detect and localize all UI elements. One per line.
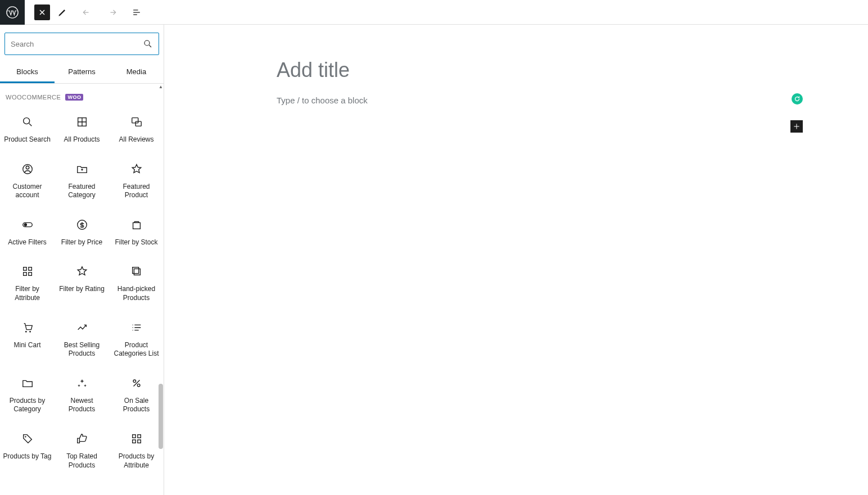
block-item-product-search[interactable]: Product Search (0, 105, 55, 152)
svg-point-1 (144, 40, 150, 46)
pencil-icon (57, 7, 68, 18)
block-label: Product Categories List (111, 341, 161, 358)
dollar-icon (75, 218, 89, 231)
star-icon (130, 162, 143, 176)
scroll-thumb[interactable] (159, 384, 163, 449)
scroll-up-icon: ▲ (158, 84, 164, 89)
block-item-featured-category[interactable]: Featured Category (55, 152, 109, 208)
tab-patterns[interactable]: Patterns (55, 61, 109, 83)
blocks-scroll-area[interactable]: WOOCOMMERCE WOO Product SearchAll Produc… (0, 84, 164, 495)
cart-icon (21, 321, 34, 334)
folder-icon (21, 376, 34, 390)
block-item-newest-products[interactable]: Newest Products (55, 366, 109, 422)
list-icon (130, 321, 143, 334)
block-label: Filter by Price (61, 238, 102, 247)
block-item-mini-cart[interactable]: Mini Cart (0, 311, 55, 366)
woo-badge: WOO (65, 94, 83, 101)
block-label: Featured Category (57, 183, 107, 200)
block-item-product-categories-list[interactable]: Product Categories List (109, 311, 164, 366)
paragraph-placeholder[interactable]: Type / to choose a block (277, 96, 771, 105)
svg-rect-14 (23, 273, 26, 276)
svg-rect-26 (137, 440, 141, 443)
block-label: Mini Cart (13, 341, 40, 350)
block-label: All Reviews (119, 135, 153, 144)
block-item-all-reviews[interactable]: All Reviews (109, 105, 164, 152)
block-label: Product Search (4, 135, 51, 144)
grid4-icon (130, 432, 143, 446)
block-label: Products by Category (2, 397, 52, 414)
svg-rect-13 (28, 267, 31, 271)
block-item-customer-account[interactable]: Customer account (0, 152, 55, 208)
block-item-all-products[interactable]: All Products (55, 105, 109, 152)
tab-label: Blocks (16, 67, 38, 76)
editor-toolbar (0, 0, 868, 25)
svg-point-21 (137, 384, 140, 387)
post-title-input[interactable]: Add title (277, 58, 771, 82)
block-label: Active Filters (8, 238, 47, 247)
block-label: All Products (64, 135, 100, 144)
block-item-on-sale-products[interactable]: On Sale Products (109, 366, 164, 422)
percent-icon (130, 376, 143, 390)
search-icon (143, 39, 153, 49)
grid-icon (75, 115, 89, 129)
block-item-filter-by-attribute[interactable]: Filter by Attribute (0, 255, 55, 310)
section-title: WOOCOMMERCE (6, 94, 61, 101)
document-overview-button[interactable] (124, 0, 149, 25)
svg-rect-17 (132, 267, 138, 274)
tab-label: Patterns (68, 67, 95, 76)
scrollbar[interactable]: ▲ (158, 84, 164, 495)
undo-button[interactable] (75, 0, 100, 25)
grammarly-icon (793, 95, 801, 103)
wordpress-logo[interactable] (0, 0, 25, 25)
grid4-icon (21, 265, 34, 278)
block-label: On Sale Products (111, 397, 161, 414)
tag-icon (21, 432, 34, 446)
star-icon (75, 265, 89, 278)
close-inserter-button[interactable] (34, 4, 50, 20)
block-label: Filter by Attribute (2, 285, 52, 302)
block-label: Customer account (2, 183, 52, 200)
sparkle-icon (75, 376, 89, 390)
block-label: Top Rated Products (57, 452, 107, 470)
reviews-icon (130, 115, 143, 129)
tools-button[interactable] (50, 0, 75, 25)
block-label: Products by Tag (3, 452, 52, 461)
search-icon (21, 115, 34, 129)
redo-button[interactable] (100, 0, 124, 25)
block-item-products-by-category[interactable]: Products by Category (0, 366, 55, 422)
svg-point-18 (25, 331, 26, 333)
block-item-filter-by-stock[interactable]: Filter by Stock (109, 208, 164, 255)
block-label: Featured Product (111, 183, 161, 200)
grammarly-button[interactable] (792, 93, 803, 105)
folder-plus-icon (75, 162, 89, 176)
svg-rect-4 (132, 118, 138, 123)
search-input[interactable] (11, 40, 143, 48)
block-item-best-selling-products[interactable]: Best Selling Products (55, 311, 109, 366)
box-icon (130, 218, 143, 231)
block-item-filter-by-rating[interactable]: Filter by Rating (55, 255, 109, 310)
tab-blocks[interactable]: Blocks (0, 61, 55, 83)
tab-media[interactable]: Media (109, 61, 164, 83)
close-icon (38, 8, 46, 16)
block-label: Filter by Rating (59, 285, 105, 294)
editor-canvas: Add title Type / to choose a block (164, 25, 868, 495)
block-label: Filter by Stock (115, 238, 157, 247)
svg-point-20 (133, 380, 136, 383)
inserter-tabs: Blocks Patterns Media (0, 61, 164, 84)
block-item-products-by-attribute[interactable]: Products by Attribute (109, 422, 164, 478)
block-item-hand-picked-products[interactable]: Hand-picked Products (109, 255, 164, 310)
block-label: Products by Attribute (111, 452, 161, 470)
block-item-featured-product[interactable]: Featured Product (109, 152, 164, 208)
thumbs-up-icon (75, 432, 89, 446)
svg-rect-23 (132, 435, 135, 438)
add-block-button[interactable] (790, 120, 803, 133)
svg-point-19 (29, 331, 31, 333)
block-item-filter-by-price[interactable]: Filter by Price (55, 208, 109, 255)
block-item-top-rated-products[interactable]: Top Rated Products (55, 422, 109, 478)
block-label: Hand-picked Products (111, 285, 161, 302)
block-item-active-filters[interactable]: Active Filters (0, 208, 55, 255)
trend-icon (75, 321, 89, 334)
svg-rect-24 (137, 435, 141, 438)
block-item-products-by-tag[interactable]: Products by Tag (0, 422, 55, 478)
redo-icon (106, 7, 117, 18)
